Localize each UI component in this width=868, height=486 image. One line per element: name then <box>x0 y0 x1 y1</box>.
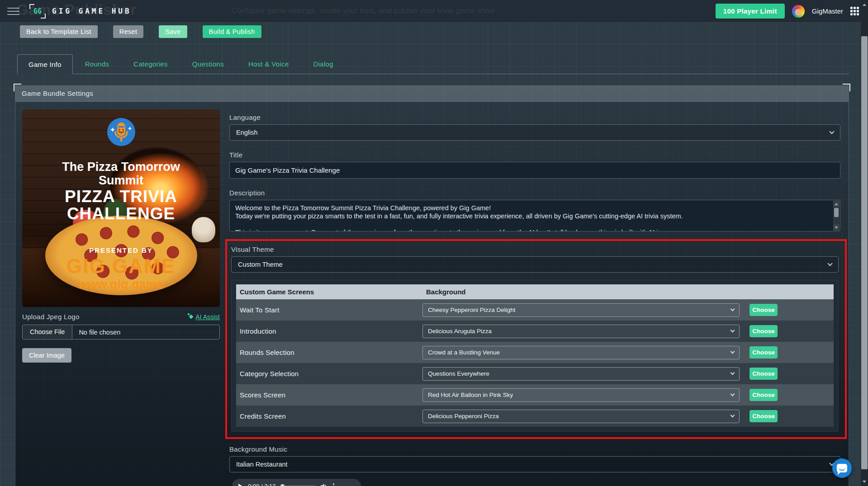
background-value: Crowd at a Bustling Venue <box>428 349 500 356</box>
sparkle-icon <box>189 315 193 319</box>
chevron-down-icon <box>730 349 735 354</box>
chevron-down-icon <box>827 261 832 266</box>
background-select[interactable]: Cheesy Pepperoni Pizza Delight <box>422 303 740 317</box>
background-music-label: Background Music <box>229 445 840 453</box>
reset-button[interactable]: Reset <box>113 25 143 38</box>
visual-theme-select[interactable]: Custom Theme <box>231 256 839 273</box>
tab-bar: Game Info Rounds Categories Questions Ho… <box>17 54 849 74</box>
cover-headline-line1: PIZZA TRIVIA <box>22 187 220 206</box>
kebab-menu-icon[interactable] <box>333 483 334 486</box>
background-select[interactable]: Delicious Pepperoni Pizza <box>422 410 740 423</box>
chevron-down-icon <box>730 371 735 375</box>
back-to-template-list-button[interactable]: Back to Template List <box>20 25 98 38</box>
screen-name: Category Selection <box>236 370 422 377</box>
page-subtitle: Configure game settings, create your hos… <box>232 6 495 15</box>
screen-name: Credits Screen <box>236 412 422 420</box>
file-name-text: No file chosen <box>72 329 127 336</box>
tab-rounds[interactable]: Rounds <box>73 54 122 74</box>
table-row: Scores Screen Red Hot Air Balloon in Pin… <box>236 384 834 406</box>
description-scrollbar[interactable] <box>833 201 840 231</box>
choose-button[interactable]: Choose <box>749 368 778 380</box>
choose-button[interactable]: Choose <box>749 325 778 337</box>
play-icon[interactable] <box>238 484 243 486</box>
page-scrollbar[interactable] <box>861 0 868 486</box>
clear-image-button[interactable]: Clear Image <box>22 348 71 363</box>
tab-game-info[interactable]: Game Info <box>17 54 73 74</box>
choose-button[interactable]: Choose <box>749 410 778 422</box>
save-button[interactable]: Save <box>159 25 187 38</box>
file-input[interactable]: Choose File No file chosen <box>22 325 220 340</box>
language-select[interactable]: English <box>229 124 840 141</box>
top-header: Game Publisher Configure game settings, … <box>0 0 868 22</box>
table-row: Wait To Start Cheesy Pepperoni Pizza Del… <box>236 299 834 321</box>
choose-file-button[interactable]: Choose File <box>23 325 72 339</box>
cover-headline-line2: CHALLENGE <box>22 204 220 223</box>
scroll-down-icon[interactable] <box>833 224 840 231</box>
avatar[interactable] <box>792 5 805 18</box>
app-logo: GG <box>29 4 46 19</box>
chat-launcher-button[interactable] <box>832 458 852 478</box>
tab-questions[interactable]: Questions <box>180 54 236 74</box>
username: GigMaster <box>812 7 843 15</box>
table-header: Custom Game Screens Background <box>236 284 834 299</box>
upload-logo-label: Upload Jpeg Logo <box>22 313 80 321</box>
scroll-up-icon[interactable] <box>833 201 840 207</box>
volume-icon[interactable] <box>321 483 328 486</box>
game-bundle-settings-panel: Game Bundle Settings <box>15 85 849 486</box>
audio-player[interactable]: 0:00 / 3:13 <box>232 479 361 486</box>
background-value: Red Hot Air Balloon in Pink Sky <box>428 392 513 398</box>
panel-title: Game Bundle Settings <box>15 85 849 102</box>
tab-host-voice[interactable]: Host & Voice <box>236 54 301 74</box>
background-value: Delicious Arugula Pizza <box>428 328 492 335</box>
chat-bubble-icon <box>837 464 847 472</box>
description-line: Today we're putting your pizza smarts to… <box>235 212 827 220</box>
visual-theme-highlight-annotation: Visual Theme Custom Theme Custom Game Sc… <box>225 239 847 439</box>
background-music-section: Background Music Italian Restaurant 0:00… <box>229 445 840 486</box>
description-textarea[interactable]: Welcome to the Pizza Tomorrow Summit Piz… <box>229 200 840 231</box>
audio-time: 0:00 / 3:13 <box>248 483 275 486</box>
ai-assist-label: AI Assist <box>195 313 220 321</box>
description-label: Description <box>229 189 840 197</box>
choose-button[interactable]: Choose <box>749 304 778 316</box>
player-limit-button[interactable]: 100 Player Limit <box>716 4 785 19</box>
background-select[interactable]: Questions Everywhere <box>422 367 740 381</box>
game-cover-image: The Pizza Tomorrow Summit PIZZA TRIVIA C… <box>22 109 220 307</box>
tab-dialog[interactable]: Dialog <box>301 54 346 74</box>
chevron-down-icon <box>730 413 735 418</box>
column-header-background: Background <box>422 288 834 296</box>
choose-button[interactable]: Choose <box>749 389 778 401</box>
background-music-select[interactable]: Italian Restaurant <box>229 456 840 472</box>
background-music-value: Italian Restaurant <box>236 461 288 468</box>
column-header-screens: Custom Game Screens <box>236 288 422 296</box>
settings-column: Language English Title Description Welco… <box>229 109 840 486</box>
background-value: Cheesy Pepperoni Pizza Delight <box>428 307 516 313</box>
title-input[interactable] <box>229 162 840 179</box>
cover-brand: GIG GAME <box>22 255 220 278</box>
background-select[interactable]: Red Hot Air Balloon in Pink Sky <box>422 388 740 402</box>
action-toolbar: Back to Template List Reset Save Build &… <box>0 22 868 38</box>
background-select[interactable]: Crowd at a Bustling Venue <box>422 346 740 359</box>
microphone-icon <box>107 118 136 148</box>
description-scrollbar-thumb[interactable] <box>834 208 839 217</box>
description-line-clipped: This is it — your moment. Be a part of t… <box>235 228 827 231</box>
tab-categories[interactable]: Categories <box>121 54 180 74</box>
apps-grid-icon[interactable] <box>850 7 859 15</box>
background-select[interactable]: Delicious Arugula Pizza <box>422 325 740 338</box>
screen-name: Introduction <box>236 327 422 335</box>
title-label: Title <box>229 151 840 159</box>
build-publish-button[interactable]: Build & Publish <box>203 25 261 38</box>
chevron-down-icon <box>730 392 735 396</box>
screen-name: Wait To Start <box>236 306 422 314</box>
scroll-down-icon[interactable] <box>861 478 868 485</box>
custom-screens-table: Custom Game Screens Background Wait To S… <box>231 280 839 432</box>
ai-assist-link[interactable]: AI Assist <box>189 313 220 321</box>
page-scrollbar-thumb[interactable] <box>861 36 868 469</box>
screen-name: Rounds Selection <box>236 349 422 356</box>
description-line: Welcome to the Pizza Tomorrow Summit Piz… <box>235 204 827 212</box>
chevron-down-icon <box>730 328 735 333</box>
scroll-up-icon[interactable] <box>861 1 868 8</box>
background-value: Questions Everywhere <box>428 370 489 377</box>
cover-title-line1: The Pizza Tomorrow <box>22 160 220 174</box>
chevron-down-icon <box>829 129 834 134</box>
choose-button[interactable]: Choose <box>749 346 778 359</box>
